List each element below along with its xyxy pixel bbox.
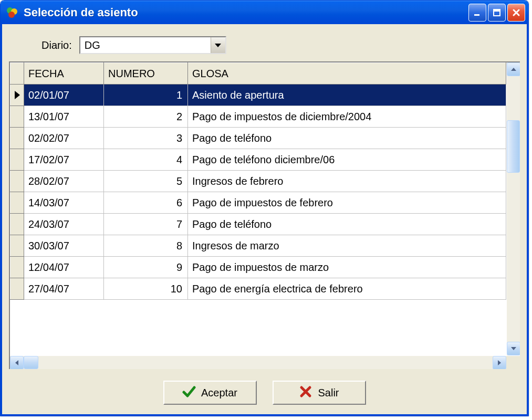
table-row[interactable]: 02/02/073Pago de teléfono [11,128,506,149]
cell-fecha[interactable]: 02/01/07 [24,85,104,106]
table-row[interactable]: 27/04/0710Pago de energía electrica de f… [11,278,506,300]
row-indicator-header [11,63,24,85]
table-row[interactable]: 13/01/072Pago de impuestos de diciembre/… [11,106,506,128]
diario-value: DG [80,39,211,51]
cell-fecha[interactable]: 12/04/07 [24,257,104,278]
exit-button[interactable]: Salir [273,381,366,405]
cell-glosa[interactable]: Pago de teléfono [188,214,506,235]
cell-glosa[interactable]: Pago de impuestos de diciembre/2004 [188,106,506,128]
window-controls [468,4,525,22]
chevron-down-icon[interactable] [211,37,225,53]
cell-fecha[interactable]: 27/04/07 [24,278,104,300]
svg-point-2 [8,12,15,18]
x-icon [299,385,312,401]
accept-label: Aceptar [201,387,237,399]
diario-combobox[interactable]: DG [79,36,226,54]
scroll-down-button[interactable] [507,342,520,355]
cell-glosa[interactable]: Pago de impuestos de marzo [188,257,506,278]
check-icon [182,385,196,401]
window-title: Selección de asiento [24,6,468,19]
cell-fecha[interactable]: 02/02/07 [24,128,104,149]
vertical-scrollbar[interactable] [506,62,520,355]
titlebar[interactable]: Selección de asiento [1,1,528,24]
cell-glosa[interactable]: Pago de energía electrica de febrero [188,278,506,300]
cell-numero[interactable]: 5 [104,171,188,192]
exit-label: Salir [318,387,339,399]
table-row[interactable]: 12/04/079Pago de impuestos de marzo [11,257,506,278]
diario-label: Diario: [41,39,72,51]
cell-glosa[interactable]: Asiento de apertura [188,85,506,106]
row-indicator[interactable] [11,214,24,235]
cell-fecha[interactable]: 30/03/07 [24,235,104,257]
table-row[interactable]: 17/02/074Pago de teléfono diciembre/06 [11,149,506,171]
cell-numero[interactable]: 8 [104,235,188,257]
row-indicator[interactable] [11,235,24,257]
diario-selector-row: Diario: DG [9,31,520,61]
cell-fecha[interactable]: 14/03/07 [24,192,104,214]
table-row[interactable]: 02/01/071Asiento de apertura [11,85,506,106]
app-icon [6,6,18,19]
data-grid: FECHA NUMERO GLOSA 02/01/071Asiento de a… [9,61,520,369]
cell-numero[interactable]: 7 [104,214,188,235]
cell-fecha[interactable]: 28/02/07 [24,171,104,192]
accept-button[interactable]: Aceptar [163,381,257,405]
scroll-up-button[interactable] [507,62,520,76]
cell-numero[interactable]: 2 [104,106,188,128]
close-button[interactable] [507,4,525,22]
col-header-glosa[interactable]: GLOSA [188,63,506,85]
client-area: Diario: DG [1,24,528,416]
scroll-track[interactable] [507,76,520,342]
entries-table[interactable]: FECHA NUMERO GLOSA 02/01/071Asiento de a… [10,62,506,300]
cell-numero[interactable]: 6 [104,192,188,214]
row-indicator[interactable] [11,192,24,214]
cell-glosa[interactable]: Pago de teléfono diciembre/06 [188,149,506,171]
horizontal-scrollbar[interactable] [10,355,520,369]
app-window: Selección de asiento Diario: DG [0,0,529,416]
cell-numero[interactable]: 9 [104,257,188,278]
row-indicator[interactable] [11,106,24,128]
svg-rect-5 [494,9,500,12]
table-row[interactable]: 24/03/077Pago de teléfono [11,214,506,235]
cell-fecha[interactable]: 24/03/07 [24,214,104,235]
table-row[interactable]: 28/02/075Ingresos de febrero [11,171,506,192]
scroll-left-button[interactable] [10,356,24,369]
minimize-button[interactable] [468,4,486,22]
cell-fecha[interactable]: 13/01/07 [24,106,104,128]
hscroll-thumb[interactable] [24,356,38,369]
cell-glosa[interactable]: Ingresos de febrero [188,171,506,192]
cell-numero[interactable]: 4 [104,149,188,171]
maximize-button[interactable] [488,4,506,22]
col-header-fecha[interactable]: FECHA [24,63,104,85]
svg-rect-3 [474,14,479,16]
cell-numero[interactable]: 3 [104,128,188,149]
row-indicator[interactable] [11,85,24,106]
row-indicator[interactable] [11,278,24,300]
col-header-numero[interactable]: NUMERO [104,63,188,85]
cell-glosa[interactable]: Ingresos de marzo [188,235,506,257]
button-bar: Aceptar Salir [9,369,520,405]
row-indicator[interactable] [11,257,24,278]
scroll-thumb[interactable] [507,120,520,173]
row-indicator[interactable] [11,149,24,171]
cell-glosa[interactable]: Pago de teléfono [188,128,506,149]
cell-fecha[interactable]: 17/02/07 [24,149,104,171]
cell-glosa[interactable]: Pago de impuestos de febrero [188,192,506,214]
current-row-pointer-icon [15,91,20,99]
scroll-corner [506,356,520,369]
cell-numero[interactable]: 10 [104,278,188,300]
cell-numero[interactable]: 1 [104,85,188,106]
scroll-right-button[interactable] [493,356,506,369]
hscroll-track[interactable] [24,356,493,369]
table-row[interactable]: 14/03/076Pago de impuestos de febrero [11,192,506,214]
table-row[interactable]: 30/03/078Ingresos de marzo [11,235,506,257]
row-indicator[interactable] [11,171,24,192]
row-indicator[interactable] [11,128,24,149]
